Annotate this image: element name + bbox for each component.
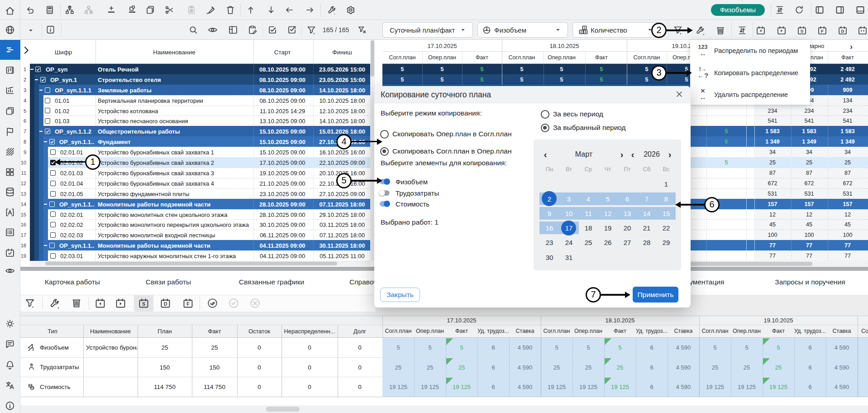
svg-text:S: S (142, 301, 145, 307)
svg-text:F: F (821, 29, 824, 34)
svg-text:F: F (186, 301, 190, 307)
svg-text:D: D (841, 29, 844, 34)
svg-text:1: 1 (584, 26, 586, 29)
svg-text:2: 2 (581, 30, 582, 34)
svg-text:D: D (164, 301, 167, 307)
svg-text:3: 3 (585, 30, 587, 34)
svg-text:S: S (801, 29, 803, 34)
